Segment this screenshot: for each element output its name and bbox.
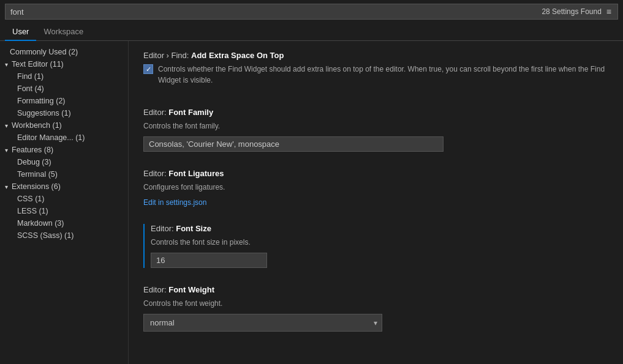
sidebar-item-workbench[interactable]: ▾ Workbench (1) — [0, 119, 128, 132]
setting-font-ligatures: Editor: Font Ligatures Configures font l… — [143, 169, 608, 207]
sidebar-item-css[interactable]: CSS (1) — [0, 193, 128, 205]
main-layout: Commonly Used (2) ▾ Text Editor (11) Fin… — [0, 41, 623, 364]
sidebar-item-label: Text Editor (11) — [12, 60, 64, 69]
sidebar-item-label: Commonly Used (2) — [10, 48, 78, 56]
setting-font-family: Editor: Font Family Controls the font fa… — [143, 108, 608, 152]
chevron-down-icon: ▾ — [5, 147, 8, 154]
sidebar-item-markdown[interactable]: Markdown (3) — [0, 217, 128, 229]
sidebar-item-font[interactable]: Font (4) — [0, 83, 128, 95]
setting-title: Editor › Find: Add Extra Space On Top — [143, 51, 608, 60]
chevron-down-icon: ▾ — [5, 184, 8, 190]
sidebar-item-text-editor[interactable]: ▾ Text Editor (11) — [0, 58, 128, 70]
sidebar-item-features[interactable]: ▾ Features (8) — [0, 144, 128, 156]
setting-font-weight: Editor: Font Weight Controls the font we… — [143, 285, 608, 332]
accent-section: Editor: Font Size Controls the font size… — [143, 224, 608, 268]
sidebar-item-label: Find (1) — [17, 72, 43, 81]
font-size-input[interactable] — [151, 253, 267, 268]
font-weight-select-wrap: normal bold 100 200 300 400 500 600 700 … — [143, 314, 382, 332]
edit-settings-json-link[interactable]: Edit in settings.json — [143, 198, 206, 207]
checkbox-checked-icon[interactable] — [143, 64, 153, 74]
sidebar-item-label: CSS (1) — [17, 195, 44, 203]
sidebar-item-label: Font (4) — [17, 84, 44, 93]
sidebar-item-label: Extensions (6) — [12, 182, 61, 191]
tab-workspace[interactable]: Workspace — [36, 23, 91, 41]
sidebar-item-label: Formatting (2) — [17, 97, 66, 105]
tabs-bar: User Workspace — [0, 23, 623, 41]
sidebar-item-scss[interactable]: SCSS (Sass) (1) — [0, 229, 128, 242]
setting-title: Editor: Font Family — [143, 108, 608, 117]
sidebar-item-label: Debug (3) — [17, 158, 51, 166]
sidebar-item-label: Suggestions (1) — [17, 109, 71, 117]
sidebar-item-terminal[interactable]: Terminal (5) — [0, 168, 128, 180]
search-results-count: 28 Settings Found — [542, 7, 601, 16]
font-family-input[interactable] — [143, 136, 444, 152]
sidebar-item-find[interactable]: Find (1) — [0, 70, 128, 83]
setting-title: Editor: Font Ligatures — [143, 169, 608, 178]
setting-description: Controls the font weight. — [143, 298, 608, 309]
sidebar-item-label: Workbench (1) — [12, 121, 62, 130]
sidebar: Commonly Used (2) ▾ Text Editor (11) Fin… — [0, 41, 129, 364]
filter-icon-button[interactable]: ≡ — [605, 7, 613, 17]
setting-description: Configures font ligatures. — [143, 182, 608, 193]
sidebar-item-suggestions[interactable]: Suggestions (1) — [0, 107, 128, 119]
chevron-down-icon: ▾ — [5, 122, 8, 129]
sidebar-item-editor-manage[interactable]: Editor Manage... (1) — [0, 132, 128, 144]
setting-description: Controls whether the Find Widget should … — [158, 64, 608, 86]
sidebar-item-formatting[interactable]: Formatting (2) — [0, 95, 128, 107]
sidebar-item-extensions[interactable]: ▾ Extensions (6) — [0, 180, 128, 193]
tab-user[interactable]: User — [5, 23, 36, 41]
setting-title: Editor: Font Weight — [143, 285, 608, 294]
setting-find-extra-space: Editor › Find: Add Extra Space On Top Co… — [143, 51, 608, 91]
sidebar-item-label: Terminal (5) — [17, 170, 58, 179]
sidebar-item-less[interactable]: LESS (1) — [0, 205, 128, 217]
setting-description: Controls the font size in pixels. — [151, 237, 608, 248]
search-bar: 28 Settings Found ≡ — [5, 4, 618, 20]
setting-font-size: Editor: Font Size Controls the font size… — [143, 224, 608, 268]
checkbox-row: Controls whether the Find Widget should … — [143, 64, 608, 91]
sidebar-item-label: SCSS (Sass) (1) — [17, 231, 74, 240]
chevron-down-icon: ▾ — [5, 61, 8, 68]
search-input[interactable] — [10, 7, 542, 17]
sidebar-item-debug[interactable]: Debug (3) — [0, 156, 128, 168]
sidebar-item-commonly-used[interactable]: Commonly Used (2) — [0, 46, 128, 58]
sidebar-item-label: Features (8) — [12, 146, 53, 154]
sidebar-item-label: Editor Manage... (1) — [17, 133, 85, 142]
setting-title: Editor: Font Size — [151, 224, 608, 233]
setting-description: Controls the font family. — [143, 121, 608, 132]
settings-content: Editor › Find: Add Extra Space On Top Co… — [129, 41, 623, 364]
font-weight-select[interactable]: normal bold 100 200 300 400 500 600 700 … — [143, 314, 382, 332]
sidebar-item-label: LESS (1) — [17, 207, 48, 215]
sidebar-item-label: Markdown (3) — [17, 219, 64, 228]
